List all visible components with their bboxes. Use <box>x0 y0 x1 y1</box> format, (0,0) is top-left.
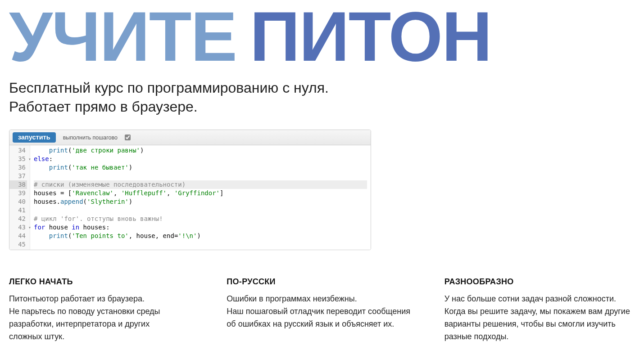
code-area[interactable]: 343536373839404142434445 print('две стро… <box>9 145 371 250</box>
feature-title: ЛЕГКО НАЧАТЬ <box>9 277 200 287</box>
step-label: выполнить пошагово <box>63 135 118 141</box>
feature-title: РАЗНООБРАЗНО <box>444 277 635 287</box>
hero-title: УЧИТЕПИТОН <box>9 4 635 70</box>
feature-easy-start: ЛЕГКО НАЧАТЬ Питонтьютор работает из бра… <box>9 277 200 343</box>
step-checkbox[interactable] <box>125 135 131 140</box>
line-number: 37 <box>9 172 27 180</box>
code-line[interactable] <box>34 172 367 180</box>
editor-toolbar: запустить выполнить пошагово <box>9 130 371 145</box>
hero-word-1: УЧИТЕ <box>9 0 236 76</box>
line-number: 36 <box>9 163 27 172</box>
feature-body: Питонтьютор работает из браузера.Не парь… <box>9 293 200 343</box>
feature-russian: ПО-РУССКИ Ошибки в программах неизбежны.… <box>227 277 417 343</box>
line-gutter: 343536373839404142434445 <box>9 145 30 250</box>
line-number: 38 <box>9 180 27 189</box>
line-number: 40 <box>9 197 27 206</box>
line-number: 35 <box>9 155 27 163</box>
code-editor: запустить выполнить пошагово 34353637383… <box>9 130 371 250</box>
code-line[interactable]: else: <box>34 155 367 163</box>
feature-body: Ошибки в программах неизбежны.Наш пошаго… <box>227 293 417 331</box>
line-number: 43 <box>9 223 27 232</box>
feature-variety: РАЗНООБРАЗНО У нас больше сотни задач ра… <box>444 277 635 343</box>
line-number: 45 <box>9 240 27 249</box>
features-row: ЛЕГКО НАЧАТЬ Питонтьютор работает из бра… <box>9 277 635 343</box>
code-line[interactable] <box>34 206 367 215</box>
code-line[interactable]: # списки (изменяемые последовательности) <box>34 180 367 189</box>
line-number: 39 <box>9 189 27 197</box>
line-number: 41 <box>9 206 27 215</box>
hero-word-2: ПИТОН <box>250 0 491 76</box>
run-button[interactable]: запустить <box>13 132 56 143</box>
feature-body: У нас больше сотни задач разной сложност… <box>444 293 635 343</box>
code-line[interactable]: print('Ten points to', house, end='!\n') <box>34 232 367 240</box>
feature-title: ПО-РУССКИ <box>227 277 417 287</box>
code-line[interactable]: # цикл 'for'. отступы вновь важны! <box>34 215 367 223</box>
code-line[interactable]: for house in houses: <box>34 223 367 232</box>
code-line[interactable]: houses.append('Slytherin') <box>34 197 367 206</box>
code-line[interactable] <box>34 240 367 249</box>
code-content[interactable]: print('две строки равны')else: print('та… <box>30 145 371 250</box>
line-number: 42 <box>9 215 27 223</box>
code-line[interactable]: houses = ['Ravenclaw', 'Hufflepuff', 'Gr… <box>34 189 367 197</box>
line-number: 44 <box>9 232 27 240</box>
subtitle-line-2: Работает прямо в браузере. <box>9 99 198 115</box>
hero-subtitle: Бесплатный курс по программированию с ну… <box>9 79 635 116</box>
code-line[interactable]: print('две строки равны') <box>34 146 367 155</box>
code-line[interactable]: print('так не бывает') <box>34 163 367 172</box>
line-number: 34 <box>9 146 27 155</box>
subtitle-line-1: Бесплатный курс по программированию с ну… <box>9 80 329 96</box>
